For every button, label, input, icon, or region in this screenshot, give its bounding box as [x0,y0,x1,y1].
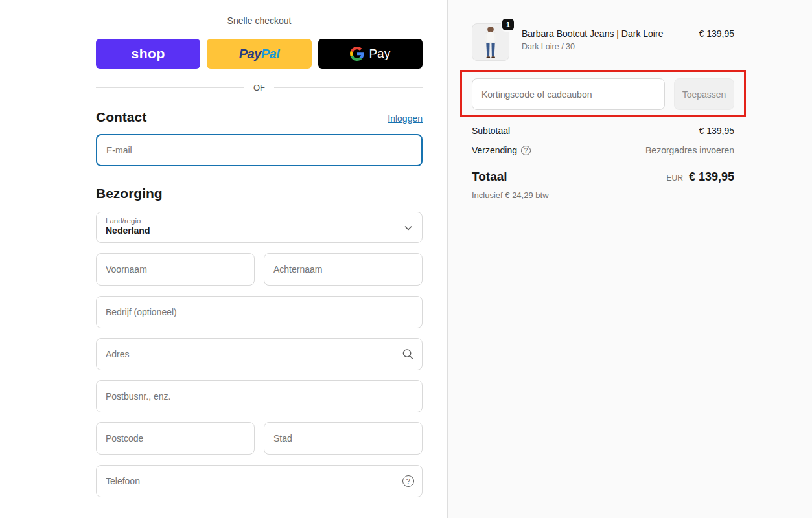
delivery-section: Bezorging Land/regio Nederland [96,186,423,497]
contact-heading: Contact [96,109,146,125]
gpay-label: Pay [369,47,390,61]
paypal-button[interactable]: PayPal [207,39,311,69]
delivery-heading: Bezorging [96,186,423,201]
phone-input[interactable] [96,465,423,497]
checkout-form-column: Snelle checkout shop PayPal Pay OF Conta… [0,0,448,518]
search-icon [402,348,414,361]
google-g-icon [350,47,364,61]
product-name: Barbara Bootcut Jeans | Dark Loire [522,28,691,39]
address-input[interactable] [96,338,423,370]
shipping-row: Verzending ? Bezorgadres invoeren [472,145,734,155]
subtotal-label: Subtotaal [472,126,510,136]
express-checkout-buttons: shop PayPal Pay [96,39,423,69]
express-checkout-heading: Snelle checkout [96,16,423,26]
product-photo-jeans-model [477,25,504,60]
tax-included-note: Inclusief € 24,29 btw [472,190,734,200]
or-divider: OF [96,83,423,93]
shop-pay-logo: shop [132,46,165,62]
shop-pay-button[interactable]: shop [96,39,200,69]
total-label: Totaal [472,170,507,184]
total-value: € 139,95 [689,170,734,184]
country-select-label: Land/regio [106,217,396,225]
last-name-input[interactable] [264,253,423,286]
totals-section: Subtotaal € 139,95 Verzending ? Bezorgad… [472,126,734,200]
shipping-value: Bezorgadres invoeren [645,145,734,155]
currency-code: EUR [667,174,683,183]
phone-help-icon[interactable]: ? [402,475,414,487]
contact-section: Contact Inloggen [96,109,423,166]
apply-discount-button[interactable]: Toepassen [674,78,734,110]
discount-code-row: Toepassen [472,78,734,110]
product-variant: Dark Loire / 30 [522,42,691,51]
postcode-input[interactable] [96,422,255,455]
shipping-help-icon[interactable]: ? [521,146,531,155]
grand-total-row: Totaal EUR € 139,95 [472,170,734,184]
order-summary-panel: 1 Barbara Bootcut Jeans | Dark Loire Dar… [448,0,812,518]
country-region-select[interactable]: Land/regio Nederland [96,212,423,243]
google-pay-button[interactable]: Pay [318,39,423,69]
country-select-value: Nederland [106,225,396,236]
quantity-badge: 1 [501,17,515,32]
cart-line-item: 1 Barbara Bootcut Jeans | Dark Loire Dar… [472,23,734,61]
city-input[interactable] [264,422,423,455]
first-name-input[interactable] [96,253,255,286]
po-box-input[interactable] [96,380,423,412]
chevron-down-icon [404,223,413,232]
company-input[interactable] [96,296,423,328]
shipping-label: Verzending [472,145,517,155]
paypal-logo: PayPal [239,47,280,62]
product-price: € 139,95 [699,23,735,39]
discount-code-input[interactable] [472,78,665,110]
subtotal-value: € 139,95 [699,126,735,136]
email-input[interactable] [96,134,423,166]
subtotal-row: Subtotaal € 139,95 [472,126,734,136]
login-link[interactable]: Inloggen [388,113,423,124]
